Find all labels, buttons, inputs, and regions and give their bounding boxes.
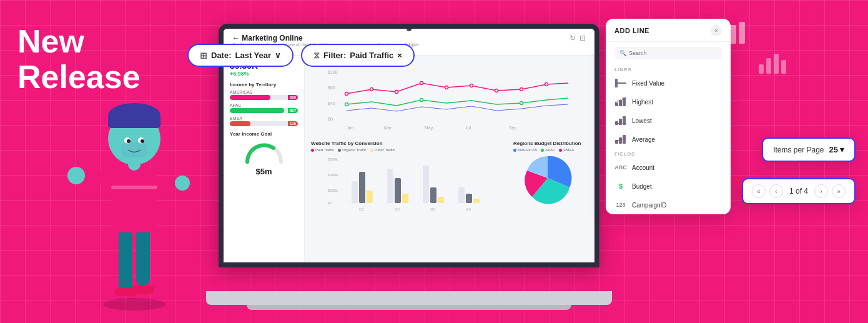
- svg-text:$500k: $500k: [328, 157, 338, 161]
- panel-item-average[interactable]: Average: [606, 130, 731, 149]
- panel-item-fixed-value[interactable]: Fixed Value: [606, 74, 731, 92]
- fixed-value-label: Fixed Value: [632, 80, 664, 87]
- svg-rect-21: [111, 186, 157, 189]
- decorative-icons: [721, 19, 787, 74]
- page-next-button[interactable]: ›: [814, 184, 828, 198]
- svg-point-45: [420, 99, 423, 102]
- svg-rect-73: [623, 97, 626, 106]
- svg-rect-88: [774, 54, 779, 74]
- svg-text:$40: $40: [328, 101, 335, 106]
- svg-text:Jan: Jan: [347, 126, 353, 130]
- svg-point-44: [345, 103, 348, 106]
- date-filter-button[interactable]: ⊞ Date: Last Year ∨: [187, 44, 293, 67]
- territory-americas: AMERICAS 580: [230, 90, 298, 100]
- dashboard-title: ← Marketing Online: [232, 34, 432, 42]
- panel-item-highest[interactable]: Highest: [606, 92, 731, 111]
- bottom-charts: Website Traffic by Conversion Paid Traff…: [311, 141, 588, 222]
- refresh-icon[interactable]: ↻: [570, 34, 576, 42]
- svg-rect-60: [430, 187, 436, 203]
- svg-point-39: [445, 86, 448, 89]
- svg-text:Q3: Q3: [430, 207, 436, 211]
- bar-chart-legend: Paid Traffic Organic Traffic Other Traff…: [311, 148, 507, 152]
- panel-title: ADD LINE: [614, 27, 649, 34]
- panel-search-bar[interactable]: 🔍: [614, 47, 722, 59]
- svg-point-9: [67, 167, 85, 184]
- dashboard-sidebar: $9.35K +6.98% Income by Territory AMERIC…: [224, 56, 305, 262]
- filters-bar: ⊞ Date: Last Year ∨ ⧖ Filter: Paid Traff…: [187, 44, 415, 67]
- account-type-icon: ABC: [614, 162, 627, 172]
- svg-rect-20: [122, 143, 147, 157]
- panel-item-account[interactable]: ABC Account: [606, 158, 731, 177]
- budget-type-icon: $: [614, 181, 627, 191]
- svg-text:Q1: Q1: [359, 207, 365, 211]
- svg-point-11: [175, 176, 190, 191]
- svg-rect-57: [395, 178, 401, 203]
- pie-chart-legend: AMERICAS APAC EMEA: [513, 148, 588, 152]
- svg-rect-85: [739, 22, 745, 44]
- budget-label: Budget: [632, 183, 652, 190]
- page-prev-button[interactable]: ‹: [769, 184, 783, 198]
- svg-rect-75: [615, 121, 618, 125]
- highest-icon: [614, 97, 627, 107]
- panel-search-input[interactable]: [629, 50, 717, 56]
- svg-point-18: [127, 139, 131, 143]
- svg-point-37: [395, 91, 398, 94]
- svg-rect-54: [359, 172, 365, 203]
- filter-close-icon[interactable]: ×: [397, 51, 402, 60]
- svg-point-19: [141, 139, 144, 143]
- svg-rect-2: [136, 226, 150, 286]
- page-last-button[interactable]: »: [832, 184, 846, 198]
- panel-item-budget[interactable]: $ Budget: [606, 177, 731, 196]
- kpi-change: +6.98%: [230, 71, 298, 77]
- svg-text:Jul: Jul: [465, 126, 471, 130]
- laptop-base-bottom: [247, 305, 571, 310]
- svg-point-41: [495, 89, 498, 92]
- date-chevron-icon: ∨: [275, 51, 281, 60]
- svg-point-0: [103, 298, 165, 311]
- svg-point-46: [520, 102, 523, 105]
- svg-text:Q2: Q2: [395, 207, 400, 211]
- dashboard-header-icons: ↻ ⊡: [570, 34, 586, 42]
- svg-rect-58: [402, 194, 408, 203]
- svg-rect-59: [423, 166, 429, 203]
- svg-rect-6: [132, 286, 154, 294]
- date-filter-label: Date:: [211, 51, 232, 60]
- laptop-base: [206, 291, 612, 305]
- image-icon[interactable]: ⊡: [579, 34, 586, 42]
- dashboard-body: $9.35K +6.98% Income by Territory AMERIC…: [224, 56, 594, 262]
- svg-point-38: [420, 82, 423, 85]
- filter-value: Paid Traffic: [350, 51, 393, 60]
- territory-apac: APAC 867: [230, 103, 298, 113]
- svg-point-35: [345, 92, 348, 96]
- svg-rect-1: [119, 229, 132, 292]
- items-per-page-selector[interactable]: 25 ▾: [829, 145, 844, 154]
- year-goal-title: Year Income Goal: [230, 131, 298, 137]
- svg-rect-55: [367, 191, 373, 203]
- svg-text:$0: $0: [328, 201, 332, 205]
- items-per-page-number: 25: [829, 145, 838, 154]
- page-first-button[interactable]: «: [752, 184, 766, 198]
- bar-chart-title: Website Traffic by Conversion: [311, 141, 507, 146]
- panel-item-campaignid[interactable]: 123 CampaignID: [606, 196, 731, 214]
- line-chart: $100 $60 $40 $0 Jan Mar May Jul Sep: [311, 59, 588, 134]
- svg-text:Mar: Mar: [384, 126, 392, 130]
- svg-point-43: [545, 83, 548, 86]
- svg-rect-61: [438, 197, 444, 203]
- svg-text:Q4: Q4: [466, 207, 471, 211]
- svg-rect-64: [473, 199, 480, 203]
- campaignid-type-icon: 123: [614, 200, 627, 210]
- fields-section-label: FIELDS: [606, 149, 731, 158]
- svg-point-42: [520, 88, 523, 91]
- svg-text:$60: $60: [328, 86, 335, 90]
- panel-close-button[interactable]: ×: [711, 25, 722, 36]
- gauge-chart: [242, 139, 286, 164]
- svg-rect-84: [730, 25, 736, 44]
- items-per-page-card[interactable]: Items per Page 25 ▾: [762, 137, 856, 162]
- svg-rect-87: [766, 58, 771, 74]
- filter-button[interactable]: ⧖ Filter: Paid Traffic ×: [301, 44, 415, 67]
- svg-text:May: May: [425, 126, 433, 131]
- person-illustration: [62, 42, 206, 323]
- deco-bar-chart-icon-2: [759, 49, 787, 74]
- panel-item-lowest[interactable]: Lowest: [606, 111, 731, 130]
- filter-icon: ⧖: [313, 50, 320, 61]
